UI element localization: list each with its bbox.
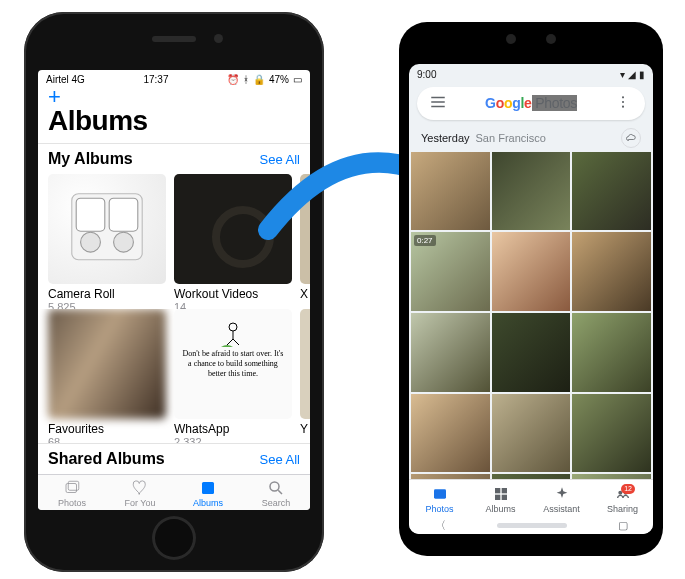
battery-percent: 47% [269, 74, 289, 85]
location-label: San Francisco [476, 132, 546, 144]
tab-for-you[interactable]: For You [106, 479, 174, 508]
cloud-backup-icon[interactable] [621, 128, 641, 148]
see-all-link[interactable]: See All [260, 152, 300, 167]
svg-line-13 [278, 490, 282, 494]
alarm-icon: ⏰ [227, 74, 239, 85]
svg-rect-22 [501, 495, 506, 500]
photo-thumbnail[interactable] [492, 232, 571, 311]
overflow-menu-icon[interactable] [615, 94, 633, 112]
photo-thumbnail[interactable] [411, 394, 490, 473]
album-title: Camera Roll [48, 287, 166, 301]
video-thumbnail[interactable]: 0:27 [411, 232, 490, 311]
photo-thumbnail[interactable] [572, 474, 651, 479]
timeline-subheader: Yesterday San Francisco [409, 124, 653, 152]
tab-search[interactable]: Search [242, 479, 310, 508]
photos-stack-icon [62, 479, 82, 497]
album-count: 2,332 [174, 436, 292, 444]
photo-thumbnail[interactable] [572, 232, 651, 311]
bluetooth-icon: ᚼ [243, 74, 249, 85]
svg-rect-18 [434, 489, 446, 498]
albums-icon [492, 486, 510, 502]
nav-tab-sharing[interactable]: 12 Sharing [592, 486, 653, 514]
nav-tab-albums[interactable]: Albums [470, 486, 531, 514]
section-title: My Albums [48, 150, 133, 168]
home-pill[interactable] [497, 523, 567, 528]
svg-line-7 [227, 339, 233, 345]
svg-point-12 [270, 482, 279, 491]
svg-point-16 [622, 101, 624, 103]
google-photos-app-screen: 9:00 ▾ ◢ ▮ Google Photos Yesterday San F… [409, 64, 653, 534]
menu-icon[interactable] [429, 93, 447, 113]
status-time: 9:00 [417, 69, 436, 80]
page-title: Albums [48, 105, 300, 137]
photo-thumbnail[interactable] [411, 474, 490, 479]
iphone-device-frame: Airtel 4G 17:37 ⏰ ᚼ 🔒 47% ▭ + Albums My … [24, 12, 324, 572]
album-title: Workout Videos [174, 287, 292, 301]
tab-albums[interactable]: Albums [174, 479, 242, 508]
photo-thumbnail[interactable] [411, 313, 490, 392]
svg-point-15 [622, 97, 624, 99]
section-header-my-albums: My Albums See All [38, 143, 310, 174]
nav-label: Assistant [531, 504, 592, 514]
album-count: 68 [48, 436, 166, 444]
album-workout-videos[interactable]: Workout Videos 14 [174, 174, 292, 303]
pixel-sensors [399, 34, 663, 44]
tab-photos[interactable]: Photos [38, 479, 106, 508]
android-system-nav: 〈 ▢ [409, 516, 653, 534]
album-count: 5,825 [48, 301, 166, 309]
recents-icon[interactable]: ▢ [618, 519, 628, 532]
photo-thumbnail[interactable] [492, 474, 571, 479]
album-favourites[interactable]: Favourites 68 [48, 309, 166, 438]
ios-status-bar: Airtel 4G 17:37 ⏰ ᚼ 🔒 47% ▭ [38, 70, 310, 87]
album-whatsapp[interactable]: Don't be afraid to start over. It's a ch… [174, 309, 292, 438]
signal-icon: ◢ [628, 69, 636, 80]
assistant-icon [553, 486, 571, 502]
album-camera-roll[interactable]: Camera Roll 5,825 [48, 174, 166, 303]
photo-thumbnail[interactable] [411, 152, 490, 231]
album-count: 14 [174, 301, 292, 309]
photo-thumbnail[interactable] [572, 152, 651, 231]
ios-header: + Albums [38, 87, 310, 143]
heart-icon [130, 479, 150, 497]
albums-icon [198, 479, 218, 497]
album-thumb [300, 309, 310, 419]
nav-tab-assistant[interactable]: Assistant [531, 486, 592, 514]
svg-rect-1 [76, 198, 105, 231]
battery-icon: ▮ [639, 69, 645, 80]
album-partial[interactable]: Y [300, 309, 310, 438]
tab-label: For You [124, 498, 155, 508]
album-thumb [174, 174, 292, 284]
photos-icon [431, 486, 449, 502]
album-partial[interactable]: X [300, 174, 310, 303]
album-thumb [48, 174, 166, 284]
album-thumb [300, 174, 310, 284]
iphone-home-button[interactable] [152, 516, 196, 560]
album-title: Favourites [48, 422, 166, 436]
android-status-bar: 9:00 ▾ ◢ ▮ [409, 64, 653, 83]
tab-label: Albums [193, 498, 223, 508]
album-thumb: Don't be afraid to start over. It's a ch… [174, 309, 292, 419]
svg-rect-21 [495, 495, 500, 500]
status-time: 17:37 [143, 74, 168, 85]
photo-thumbnail[interactable] [492, 313, 571, 392]
svg-rect-9 [66, 484, 77, 493]
photo-thumbnail[interactable] [572, 313, 651, 392]
nav-tab-photos[interactable]: Photos [409, 486, 470, 514]
section-header-shared-albums: Shared Albums See All [38, 443, 310, 474]
tab-label: Photos [58, 498, 86, 508]
add-album-button[interactable]: + [48, 87, 300, 107]
photo-thumbnail[interactable] [572, 394, 651, 473]
ios-tab-bar: Photos For You Albums Search [38, 474, 310, 510]
pixel-device-frame: 9:00 ▾ ◢ ▮ Google Photos Yesterday San F… [399, 22, 663, 556]
photo-thumbnail[interactable] [492, 394, 571, 473]
battery-icon: ▭ [293, 74, 302, 85]
rotation-lock-icon: 🔒 [253, 74, 265, 85]
android-bottom-nav: Photos Albums Assistant 12 Sharing [409, 479, 653, 516]
svg-rect-20 [501, 488, 506, 493]
albums-row-2: Favourites 68 Don't be afraid to start o… [38, 309, 310, 444]
see-all-link[interactable]: See All [260, 452, 300, 467]
back-icon[interactable]: 〈 [435, 518, 446, 533]
photo-thumbnail[interactable] [492, 152, 571, 231]
svg-point-4 [114, 232, 134, 252]
svg-rect-10 [68, 481, 79, 490]
